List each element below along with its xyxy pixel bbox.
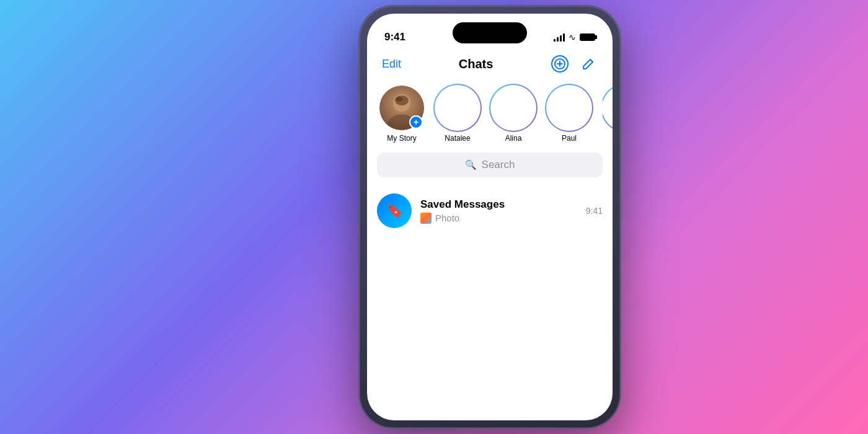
status-time: 9:41 [384, 31, 405, 43]
story-name-mystory: My Story [387, 134, 416, 143]
chat-name-saved-messages: Saved Messages [420, 198, 577, 211]
phone-screen: 9:41 ∿ Edit Chats [367, 14, 613, 420]
search-bar[interactable]: 🔍 Search [377, 153, 603, 177]
chat-preview-text: Photo [435, 213, 459, 223]
wifi-icon: ∿ [569, 32, 576, 42]
photo-thumb-icon [420, 213, 432, 224]
chat-time-saved-messages: 9:41 [586, 206, 603, 216]
compose-button[interactable] [579, 55, 598, 73]
chat-info-saved-messages: Saved Messages Photo [420, 198, 577, 224]
status-icons: ∿ [554, 32, 595, 42]
story-ring-paul [545, 84, 593, 132]
add-story-icon [551, 55, 569, 73]
story-name-natalee: Natalee [445, 134, 470, 143]
story-avatar-wrap-paul [547, 86, 591, 130]
search-icon: 🔍 [465, 159, 477, 170]
compose-icon [582, 57, 595, 71]
story-add-icon: + [409, 115, 423, 129]
story-item-alina[interactable]: Alina [491, 86, 536, 143]
phone-outer: 9:41 ∿ Edit Chats [360, 6, 620, 428]
story-avatar-wrap-natalee [435, 86, 480, 130]
search-bar-wrap: 🔍 Search [367, 153, 613, 182]
story-ring-alina [489, 84, 538, 132]
page-title: Chats [459, 57, 494, 71]
story-item-mystory[interactable]: + My Story [379, 86, 424, 143]
story-item-paul[interactable]: Paul [547, 86, 591, 143]
chat-preview-saved-messages: Photo [420, 213, 577, 224]
story-name-alina: Alina [505, 134, 522, 143]
search-placeholder: Search [482, 159, 515, 171]
story-avatar-wrap-alina [491, 86, 536, 130]
story-avatar-wrap-mystory: + [379, 86, 424, 130]
story-ring-natalee [433, 84, 482, 132]
battery-icon [580, 33, 595, 41]
nav-actions [551, 55, 598, 73]
story-item-natalee[interactable]: Natalee [435, 86, 480, 143]
story-name-paul: Paul [562, 134, 577, 143]
svg-point-6 [396, 97, 403, 102]
phone-wrapper: 9:41 ∿ Edit Chats [360, 6, 620, 428]
add-story-button[interactable] [551, 55, 569, 73]
edit-button[interactable]: Edit [382, 58, 401, 71]
story-item-emma[interactable]: Emma [603, 86, 613, 143]
dynamic-island [453, 22, 527, 43]
nav-bar: Edit Chats [367, 50, 613, 81]
stories-row: + My Story [367, 81, 613, 153]
signal-icon [554, 33, 565, 42]
bookmark-icon: 🔖 [386, 203, 403, 219]
chat-list: 🔖 Saved Messages Photo 9:41 [367, 182, 613, 239]
story-ring-emma [603, 86, 613, 132]
chat-item-saved-messages[interactable]: 🔖 Saved Messages Photo 9:41 [367, 187, 613, 234]
story-avatar-wrap-emma [603, 86, 613, 130]
saved-messages-avatar: 🔖 [377, 193, 412, 228]
